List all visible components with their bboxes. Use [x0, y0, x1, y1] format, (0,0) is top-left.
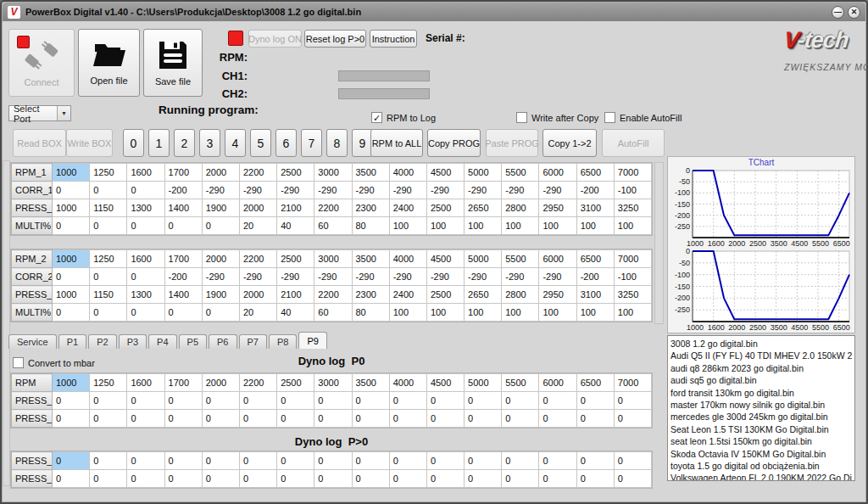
file-list-item[interactable]: ford transit 130km go digital.bin: [670, 387, 852, 399]
cell[interactable]: -290: [202, 182, 239, 199]
cell[interactable]: 0: [239, 392, 276, 410]
cell[interactable]: 6500: [576, 250, 614, 268]
select-port-dropdown[interactable]: Select Port ▼: [8, 105, 71, 121]
cell[interactable]: 2200: [314, 199, 352, 217]
cell[interactable]: 2650: [465, 199, 502, 217]
cell[interactable]: 100: [539, 217, 576, 235]
cell[interactable]: 0: [576, 410, 614, 428]
file-list-item[interactable]: Seat Leon 1.5 TSI 130KM Go Digital.bin: [670, 423, 852, 435]
cell[interactable]: 3100: [576, 286, 614, 304]
enable-autofill-checkbox[interactable]: Enable AutoFill: [604, 112, 682, 123]
cell[interactable]: 4500: [426, 250, 464, 268]
cell[interactable]: 0: [352, 392, 389, 410]
cell[interactable]: 0: [53, 268, 90, 286]
cell[interactable]: 1700: [164, 374, 202, 392]
cell[interactable]: 6000: [539, 374, 576, 392]
left-scrollbar[interactable]: [3, 160, 10, 486]
cell[interactable]: 0: [202, 410, 239, 428]
cell[interactable]: -290: [352, 268, 389, 286]
cell[interactable]: 0: [127, 304, 164, 322]
tab-p6[interactable]: P6: [209, 334, 236, 349]
cell[interactable]: 0: [314, 470, 352, 488]
tab-p7[interactable]: P7: [239, 334, 267, 349]
cell[interactable]: 0: [127, 392, 164, 410]
copy-prog-button[interactable]: Copy PROG: [427, 129, 481, 157]
cell[interactable]: 4500: [426, 164, 464, 182]
file-list[interactable]: 3008 1.2 go digital.binAudi Q5 II (FY FL…: [667, 335, 855, 481]
cell[interactable]: 0: [164, 452, 202, 470]
cell[interactable]: -290: [502, 268, 539, 286]
cell[interactable]: 0: [90, 470, 127, 488]
digit-button-4[interactable]: 4: [225, 129, 246, 157]
cell[interactable]: 100: [539, 304, 576, 322]
paste-prog-button[interactable]: Paste PROG: [486, 129, 538, 157]
cell[interactable]: 0: [502, 452, 539, 470]
cell[interactable]: 6000: [539, 164, 576, 182]
cell[interactable]: 1250: [90, 250, 127, 268]
cell[interactable]: 100: [426, 304, 464, 322]
cell[interactable]: 2650: [465, 286, 502, 304]
cell[interactable]: 1000: [53, 286, 90, 304]
cell[interactable]: 60: [314, 217, 352, 235]
cell[interactable]: 100: [614, 304, 651, 322]
cell[interactable]: 0: [539, 410, 576, 428]
cell[interactable]: 1000: [53, 199, 90, 217]
cell[interactable]: 4000: [389, 374, 426, 392]
cell[interactable]: 3250: [614, 286, 651, 304]
copy-1-2-button[interactable]: Copy 1->2: [542, 129, 597, 157]
cell[interactable]: 3000: [314, 250, 352, 268]
file-list-item[interactable]: Audi Q5 II (FY FL) 40 TDI MHEV 2.0 150kW…: [670, 350, 852, 361]
cell[interactable]: 1150: [90, 199, 127, 217]
cell[interactable]: 2000: [202, 374, 239, 392]
cell[interactable]: 0: [539, 452, 576, 470]
cell[interactable]: 2500: [277, 374, 314, 392]
cell[interactable]: 7000: [614, 250, 651, 268]
cell[interactable]: -100: [614, 268, 651, 286]
cell[interactable]: -100: [614, 182, 651, 199]
cell[interactable]: -290: [277, 268, 314, 286]
cell[interactable]: 1700: [164, 164, 202, 182]
cell[interactable]: -290: [239, 182, 276, 199]
file-list-item[interactable]: Skoda Octavia IV 150KM Go Digital.bin: [670, 448, 852, 460]
cell[interactable]: 1600: [127, 250, 164, 268]
cell[interactable]: 2500: [277, 250, 314, 268]
cell[interactable]: 60: [314, 304, 352, 322]
cell[interactable]: 3100: [576, 199, 614, 217]
cell[interactable]: 0: [426, 392, 464, 410]
cell[interactable]: 1000: [53, 164, 90, 182]
cell[interactable]: 0: [164, 217, 202, 235]
tab-p5[interactable]: P5: [179, 334, 207, 349]
cell[interactable]: 6500: [576, 164, 614, 182]
cell[interactable]: 80: [352, 217, 389, 235]
cell[interactable]: 0: [465, 452, 502, 470]
rpm-to-all-button[interactable]: RPM to ALL: [370, 129, 423, 157]
file-list-item[interactable]: toyota 1.5 go digital od obciążenia.bin: [670, 460, 852, 472]
cell[interactable]: 0: [239, 452, 276, 470]
checkbox-box[interactable]: [604, 112, 615, 123]
cell[interactable]: 0: [164, 410, 202, 428]
instruction-button[interactable]: Instruction: [370, 30, 417, 48]
digit-button-7[interactable]: 7: [301, 129, 322, 157]
cell[interactable]: 0: [127, 268, 164, 286]
cell[interactable]: 20: [239, 304, 276, 322]
cell[interactable]: 2200: [239, 250, 276, 268]
tab-service[interactable]: Service: [8, 334, 57, 349]
cell[interactable]: 0: [352, 452, 389, 470]
cell[interactable]: 0: [53, 410, 90, 428]
cell[interactable]: 0: [539, 392, 576, 410]
cell[interactable]: 0: [426, 410, 464, 428]
cell[interactable]: 100: [576, 217, 614, 235]
cell[interactable]: -200: [576, 182, 614, 199]
file-list-item[interactable]: master 170km nowy silnik go digital.bin: [670, 399, 852, 411]
digit-button-1[interactable]: 1: [148, 129, 170, 157]
tab-p2[interactable]: P2: [88, 334, 116, 349]
cell[interactable]: 0: [352, 470, 389, 488]
cell[interactable]: 0: [465, 470, 502, 488]
autofill-button[interactable]: AutoFill: [602, 129, 665, 157]
cell[interactable]: 0: [314, 392, 352, 410]
cell[interactable]: -290: [277, 182, 314, 199]
cell[interactable]: 5000: [465, 374, 502, 392]
cell[interactable]: 80: [352, 304, 389, 322]
cell[interactable]: 0: [239, 410, 276, 428]
cell[interactable]: 2000: [239, 286, 276, 304]
